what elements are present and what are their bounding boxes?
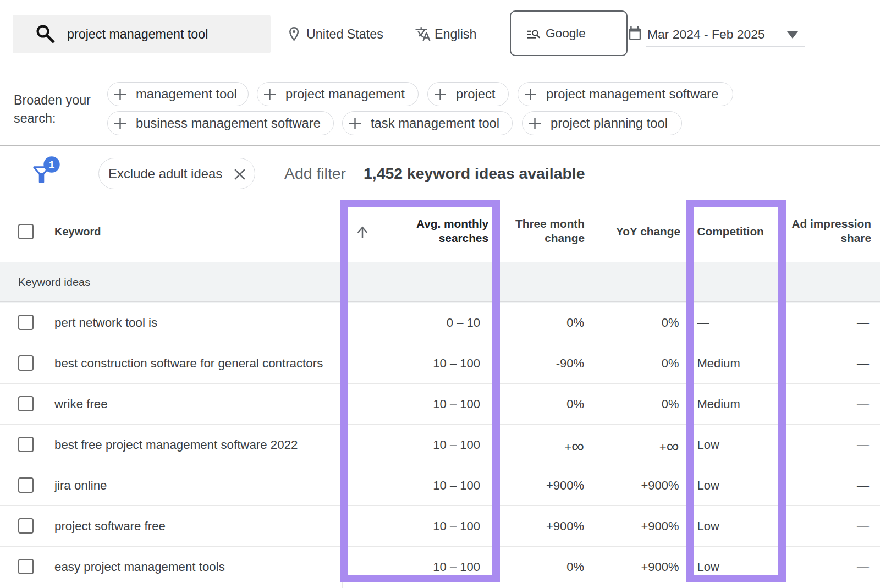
- svg-text:1: 1: [49, 159, 55, 171]
